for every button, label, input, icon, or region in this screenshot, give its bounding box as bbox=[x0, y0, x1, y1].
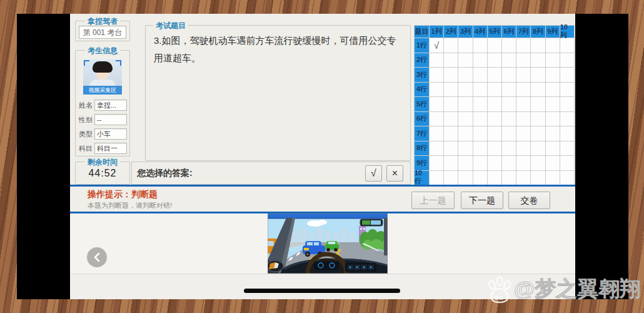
grid-cell[interactable] bbox=[488, 97, 502, 112]
grid-cell[interactable] bbox=[502, 141, 516, 156]
grid-cell[interactable] bbox=[502, 126, 516, 141]
grid-cell[interactable] bbox=[531, 171, 545, 186]
grid-cell[interactable] bbox=[516, 171, 531, 186]
grid-cell[interactable] bbox=[430, 126, 444, 141]
grid-cell[interactable] bbox=[516, 97, 531, 112]
grid-cell[interactable] bbox=[473, 112, 488, 127]
grid-cell[interactable] bbox=[473, 38, 488, 53]
grid-cell[interactable] bbox=[560, 68, 575, 83]
grid-cell[interactable] bbox=[502, 171, 516, 186]
grid-cell[interactable] bbox=[444, 171, 458, 186]
grid-cell[interactable] bbox=[488, 156, 502, 171]
grid-cell[interactable] bbox=[531, 53, 545, 68]
grid-cell[interactable] bbox=[560, 126, 575, 141]
grid-cell[interactable] bbox=[531, 68, 545, 83]
grid-cell[interactable] bbox=[560, 38, 575, 53]
grid-cell[interactable] bbox=[516, 53, 531, 68]
prev-question-button[interactable]: 上一题 bbox=[411, 192, 455, 209]
grid-cell[interactable] bbox=[430, 171, 444, 186]
grid-cell[interactable] bbox=[488, 141, 502, 156]
grid-cell[interactable] bbox=[444, 141, 458, 156]
grid-cell[interactable] bbox=[473, 141, 488, 156]
grid-cell[interactable] bbox=[502, 83, 516, 98]
grid-cell[interactable] bbox=[458, 112, 473, 127]
grid-cell[interactable] bbox=[502, 68, 516, 83]
grid-cell[interactable] bbox=[546, 141, 560, 156]
grid-cell[interactable] bbox=[458, 97, 473, 112]
grid-cell[interactable] bbox=[516, 112, 531, 127]
grid-cell[interactable] bbox=[560, 141, 575, 156]
grid-cell[interactable] bbox=[531, 156, 545, 171]
grid-cell[interactable] bbox=[516, 141, 531, 156]
grid-cell[interactable] bbox=[430, 97, 444, 112]
grid-cell[interactable] bbox=[444, 97, 458, 112]
grid-cell[interactable] bbox=[473, 68, 488, 83]
grid-cell[interactable] bbox=[430, 83, 444, 98]
grid-cell[interactable] bbox=[473, 53, 488, 68]
grid-cell[interactable]: √ bbox=[430, 38, 444, 53]
grid-cell[interactable] bbox=[560, 171, 575, 186]
grid-cell[interactable] bbox=[502, 38, 516, 53]
grid-cell[interactable] bbox=[546, 97, 560, 112]
submit-paper-button[interactable]: 交卷 bbox=[508, 192, 550, 209]
grid-cell[interactable] bbox=[546, 156, 560, 171]
grid-cell[interactable] bbox=[488, 171, 502, 186]
grid-cell[interactable] bbox=[458, 53, 473, 68]
grid-cell[interactable] bbox=[502, 156, 516, 171]
grid-cell[interactable] bbox=[531, 141, 545, 156]
grid-cell[interactable] bbox=[516, 68, 531, 83]
grid-cell[interactable] bbox=[473, 126, 488, 141]
grid-cell[interactable] bbox=[531, 38, 545, 53]
grid-cell[interactable] bbox=[516, 38, 531, 53]
grid-cell[interactable] bbox=[458, 141, 473, 156]
grid-cell[interactable] bbox=[546, 171, 560, 186]
grid-cell[interactable] bbox=[488, 68, 502, 83]
grid-cell[interactable] bbox=[458, 38, 473, 53]
grid-cell[interactable] bbox=[430, 112, 444, 127]
grid-cell[interactable] bbox=[531, 97, 545, 112]
grid-cell[interactable] bbox=[473, 97, 488, 112]
grid-cell[interactable] bbox=[444, 126, 458, 141]
grid-cell[interactable] bbox=[546, 68, 560, 83]
grid-cell[interactable] bbox=[473, 83, 488, 98]
grid-cell[interactable] bbox=[560, 156, 575, 171]
grid-cell[interactable] bbox=[546, 126, 560, 141]
back-button[interactable] bbox=[87, 247, 107, 267]
grid-cell[interactable] bbox=[546, 112, 560, 127]
grid-cell[interactable] bbox=[444, 156, 458, 171]
grid-cell[interactable] bbox=[430, 156, 444, 171]
grid-cell[interactable] bbox=[516, 156, 531, 171]
grid-cell[interactable] bbox=[488, 38, 502, 53]
grid-cell[interactable] bbox=[488, 126, 502, 141]
grid-cell[interactable] bbox=[502, 53, 516, 68]
grid-cell[interactable] bbox=[560, 97, 575, 112]
grid-cell[interactable] bbox=[444, 53, 458, 68]
grid-cell[interactable] bbox=[430, 68, 444, 83]
grid-cell[interactable] bbox=[531, 83, 545, 98]
grid-cell[interactable] bbox=[444, 83, 458, 98]
grid-cell[interactable] bbox=[546, 53, 560, 68]
grid-cell[interactable] bbox=[516, 83, 531, 98]
grid-cell[interactable] bbox=[458, 83, 473, 98]
grid-cell[interactable] bbox=[473, 171, 488, 186]
grid-cell[interactable] bbox=[430, 141, 444, 156]
grid-cell[interactable] bbox=[444, 68, 458, 83]
grid-cell[interactable] bbox=[488, 53, 502, 68]
grid-cell[interactable] bbox=[560, 83, 575, 98]
grid-cell[interactable] bbox=[531, 126, 545, 141]
grid-cell[interactable] bbox=[531, 112, 545, 127]
grid-cell[interactable] bbox=[502, 97, 516, 112]
grid-cell[interactable] bbox=[560, 53, 575, 68]
grid-cell[interactable] bbox=[458, 68, 473, 83]
grid-cell[interactable] bbox=[458, 126, 473, 141]
grid-cell[interactable] bbox=[458, 156, 473, 171]
grid-cell[interactable] bbox=[560, 112, 575, 127]
grid-cell[interactable] bbox=[546, 38, 560, 53]
grid-cell[interactable] bbox=[488, 112, 502, 127]
grid-cell[interactable] bbox=[488, 83, 502, 98]
grid-cell[interactable] bbox=[444, 38, 458, 53]
grid-cell[interactable] bbox=[546, 83, 560, 98]
grid-cell[interactable] bbox=[444, 112, 458, 127]
grid-cell[interactable] bbox=[473, 156, 488, 171]
answer-false-button[interactable]: × bbox=[386, 165, 403, 182]
